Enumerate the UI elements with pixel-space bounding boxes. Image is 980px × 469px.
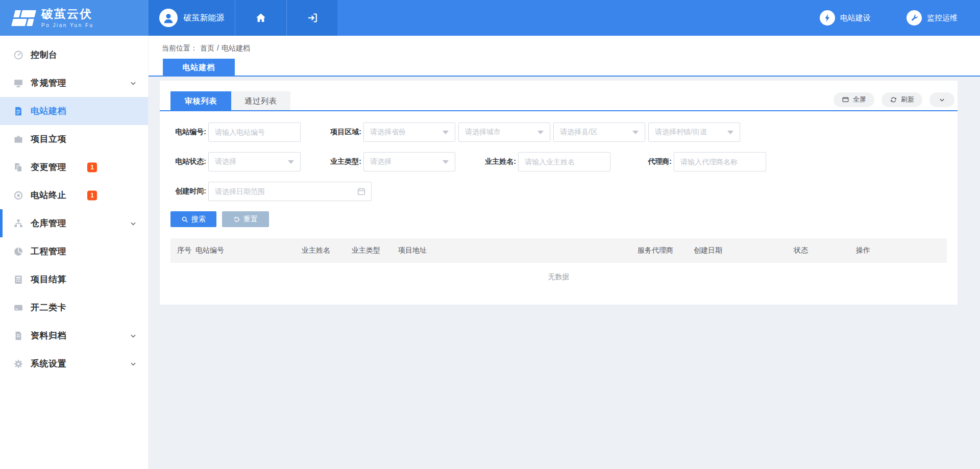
monitor-ops-label: 监控运维: [927, 13, 958, 23]
owner-name-input[interactable]: [518, 152, 610, 171]
sidebar-item-general-mgmt[interactable]: 常规管理: [0, 69, 148, 97]
panel-card: 审核列表 通过列表 全屏: [160, 81, 958, 305]
card-tabs-row: 审核列表 通过列表 全屏: [160, 81, 958, 111]
sidebar-item-console[interactable]: 控制台: [0, 41, 148, 69]
station-status-label: 电站状态:: [170, 157, 206, 166]
fullscreen-button[interactable]: 全屏: [834, 92, 874, 107]
user-avatar-icon: [159, 9, 178, 27]
brand-logo[interactable]: 破茧云伏 Po Jian Yun Fu: [0, 0, 149, 36]
sidebar-item-station-archive[interactable]: 电站建档: [0, 97, 148, 125]
province-select[interactable]: 请选择省份: [363, 122, 455, 142]
page-tab-station-archive[interactable]: 电站建档: [163, 59, 235, 76]
sidebar-item-label: 项目立项: [31, 133, 66, 145]
filter-row-2: 电站状态: 请选择 业主类型: 请选择 业主姓名: 代理商:: [170, 152, 958, 171]
breadcrumb-separator: /: [217, 44, 219, 53]
tab-review-list[interactable]: 审核列表: [170, 91, 231, 110]
sidebar-item-station-terminate[interactable]: 电站终止 1: [0, 181, 148, 209]
brand-title: 破茧云伏: [41, 8, 94, 20]
chevron-down-icon: [130, 360, 137, 367]
brand-text: 破茧云伏 Po Jian Yun Fu: [41, 8, 94, 28]
col-station-no: 电站编号: [195, 246, 302, 255]
breadcrumb: 当前位置： 首页 / 电站建档: [149, 36, 980, 59]
wrench-icon: [906, 10, 922, 26]
sidebar-item-label: 开二类卡: [31, 302, 66, 313]
town-select[interactable]: 请选择村镇/街道: [648, 122, 740, 142]
home-icon: [255, 12, 267, 24]
caret-down-icon: [443, 131, 449, 134]
topbar: 破茧云伏 Po Jian Yun Fu 破茧新能源: [0, 0, 980, 36]
home-button[interactable]: [235, 0, 286, 36]
breadcrumb-home-link[interactable]: 首页: [200, 44, 214, 53]
caret-down-icon: [632, 131, 639, 134]
col-owner-name: 业主姓名: [302, 246, 352, 255]
gauge-icon: [13, 50, 23, 60]
sidebar-item-engineering-mgmt[interactable]: 工程管理: [0, 237, 148, 265]
filter-row-1: 电站编号: 项目区域: 请选择省份 请选择城市 请选择县/区: [170, 122, 958, 142]
document-icon: [13, 106, 23, 116]
search-icon: [181, 216, 188, 223]
station-status-select[interactable]: 请选择: [208, 152, 301, 171]
filter-row-3: 创建时间:: [170, 182, 958, 201]
station-no-label: 电站编号:: [170, 128, 206, 137]
reset-button[interactable]: 重置: [222, 211, 269, 227]
sidebar-item-project-settlement[interactable]: 项目结算: [0, 265, 148, 293]
town-placeholder: 请选择村镇/街道: [655, 128, 723, 137]
user-menu[interactable]: 破茧新能源: [149, 0, 235, 36]
monitor-ops-action[interactable]: 监控运维: [906, 10, 958, 26]
owner-type-select[interactable]: 请选择: [363, 152, 455, 171]
sidebar-item-label: 工程管理: [31, 245, 66, 257]
refresh-button[interactable]: 刷新: [881, 92, 922, 107]
logout-button[interactable]: [286, 0, 337, 36]
refresh-label: 刷新: [901, 95, 914, 104]
col-project-address: 项目地址: [398, 246, 638, 255]
sidebar-item-label: 电站终止: [31, 189, 66, 201]
col-actions: 操作: [856, 246, 947, 255]
change-mgmt-badge: 1: [87, 162, 97, 172]
city-select[interactable]: 请选择城市: [458, 122, 550, 142]
section-indicator-bar: [0, 209, 3, 237]
station-no-input[interactable]: [208, 122, 301, 142]
sidebar-item-open-card[interactable]: 开二类卡: [0, 293, 148, 322]
date-range-input[interactable]: [208, 182, 372, 201]
sidebar-item-label: 系统设置: [31, 358, 66, 369]
topbar-right: 电站建设 监控运维: [820, 0, 980, 36]
chevron-down-icon: [130, 220, 137, 227]
sidebar-item-label: 常规管理: [31, 77, 66, 89]
filter-form: 电站编号: 项目区域: 请选择省份 请选择城市 请选择县/区: [160, 111, 958, 201]
sidebar-item-label: 电站建档: [31, 105, 66, 117]
col-index: 序号: [177, 246, 195, 255]
search-label: 搜索: [191, 215, 206, 224]
sidebar-item-project-initiation[interactable]: 项目立项: [0, 125, 148, 153]
chevron-down-icon: [130, 80, 137, 87]
district-select[interactable]: 请选择县/区: [553, 122, 645, 142]
col-created-date: 创建日期: [694, 246, 794, 255]
logo-icon: [11, 10, 36, 26]
sidebar-item-warehouse-mgmt[interactable]: 仓库管理: [0, 209, 148, 237]
sidebar-item-label: 控制台: [31, 49, 58, 61]
sidebar-item-system-settings[interactable]: 系统设置: [0, 350, 148, 378]
district-placeholder: 请选择县/区: [560, 128, 628, 137]
owner-type-label: 业主类型:: [326, 157, 361, 166]
col-service-agent: 服务代理商: [638, 246, 694, 255]
target-icon: [13, 190, 23, 201]
station-build-action[interactable]: 电站建设: [820, 10, 871, 26]
briefcase-icon: [13, 134, 23, 144]
caret-down-icon: [443, 160, 449, 164]
sidebar-item-data-archive[interactable]: 资料归档: [0, 322, 148, 350]
pie-chart-icon: [13, 246, 23, 257]
search-button[interactable]: 搜索: [170, 211, 216, 227]
col-status: 状态: [794, 246, 856, 255]
table-empty-state: 无数据: [160, 263, 958, 291]
sidebar-item-change-mgmt[interactable]: 变更管理 1: [0, 153, 148, 181]
province-placeholder: 请选择省份: [370, 128, 438, 137]
tab-passed-list[interactable]: 通过列表: [231, 91, 290, 110]
agent-input[interactable]: [674, 152, 766, 171]
caret-down-icon: [727, 131, 733, 134]
fullscreen-icon: [842, 96, 849, 104]
date-range-field: [208, 182, 372, 201]
collapse-toolbar-button[interactable]: [929, 92, 954, 107]
region-label: 项目区域:: [326, 128, 361, 137]
exit-arrow-icon: [306, 12, 318, 24]
status-placeholder: 请选择: [215, 157, 284, 166]
station-terminate-badge: 1: [87, 190, 97, 200]
